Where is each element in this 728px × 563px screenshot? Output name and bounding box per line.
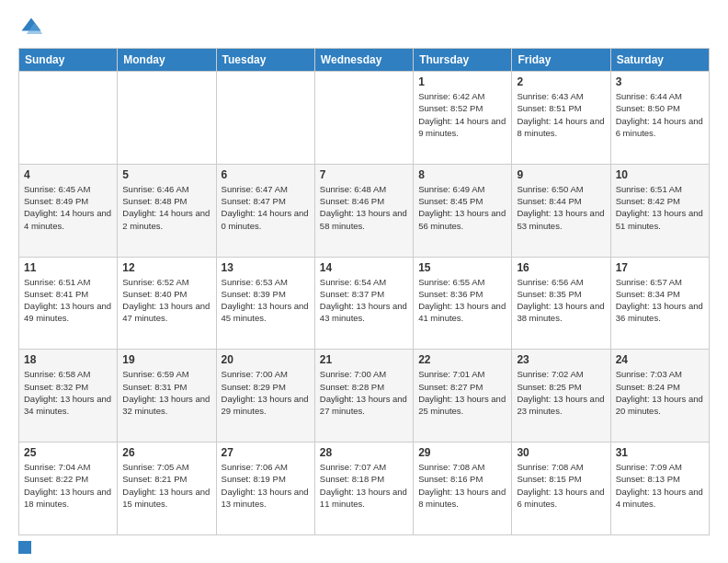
day-number: 15	[418, 261, 506, 274]
day-number: 16	[517, 261, 605, 274]
day-info: Sunrise: 6:55 AMSunset: 8:36 PMDaylight:…	[418, 276, 506, 325]
day-number: 3	[616, 75, 704, 88]
calendar-cell: 22Sunrise: 7:01 AMSunset: 8:27 PMDayligh…	[414, 350, 512, 442]
day-info: Sunrise: 6:52 AMSunset: 8:40 PMDaylight:…	[122, 276, 210, 325]
day-info: Sunrise: 6:48 AMSunset: 8:46 PMDaylight:…	[320, 183, 408, 232]
calendar-cell: 26Sunrise: 7:05 AMSunset: 8:21 PMDayligh…	[118, 442, 216, 535]
day-info: Sunrise: 6:51 AMSunset: 8:41 PMDaylight:…	[24, 276, 112, 325]
calendar-week-row: 1Sunrise: 6:42 AMSunset: 8:52 PMDaylight…	[19, 72, 710, 165]
day-number: 29	[418, 446, 506, 459]
calendar-cell: 27Sunrise: 7:06 AMSunset: 8:19 PMDayligh…	[216, 442, 314, 535]
calendar-cell: 14Sunrise: 6:54 AMSunset: 8:37 PMDayligh…	[314, 257, 413, 350]
calendar-table: SundayMondayTuesdayWednesdayThursdayFrid…	[18, 48, 710, 535]
calendar-header-row: SundayMondayTuesdayWednesdayThursdayFrid…	[19, 49, 710, 72]
calendar-cell: 31Sunrise: 7:09 AMSunset: 8:13 PMDayligh…	[610, 442, 709, 535]
day-number: 27	[222, 446, 310, 459]
day-info: Sunrise: 6:44 AMSunset: 8:50 PMDaylight:…	[616, 90, 704, 139]
calendar-day-header: Friday	[512, 49, 610, 72]
calendar-cell: 13Sunrise: 6:53 AMSunset: 8:39 PMDayligh…	[216, 257, 314, 350]
day-number: 18	[24, 353, 112, 366]
calendar-cell: 1Sunrise: 6:42 AMSunset: 8:52 PMDaylight…	[414, 72, 512, 165]
calendar-cell: 17Sunrise: 6:57 AMSunset: 8:34 PMDayligh…	[610, 257, 709, 350]
calendar-day-header: Wednesday	[314, 49, 413, 72]
calendar-header: SundayMondayTuesdayWednesdayThursdayFrid…	[19, 49, 710, 72]
calendar-cell: 15Sunrise: 6:55 AMSunset: 8:36 PMDayligh…	[414, 257, 512, 350]
day-info: Sunrise: 7:01 AMSunset: 8:27 PMDaylight:…	[418, 368, 506, 417]
day-info: Sunrise: 6:42 AMSunset: 8:52 PMDaylight:…	[418, 90, 506, 139]
day-info: Sunrise: 7:09 AMSunset: 8:13 PMDaylight:…	[616, 461, 704, 510]
calendar-cell: 29Sunrise: 7:08 AMSunset: 8:16 PMDayligh…	[414, 442, 512, 535]
day-number: 28	[320, 446, 408, 459]
day-number: 9	[517, 168, 605, 181]
calendar-cell: 5Sunrise: 6:46 AMSunset: 8:48 PMDaylight…	[118, 164, 216, 257]
day-number: 12	[122, 261, 210, 274]
day-number: 20	[222, 353, 310, 366]
calendar-cell: 19Sunrise: 6:59 AMSunset: 8:31 PMDayligh…	[118, 350, 216, 442]
day-info: Sunrise: 6:53 AMSunset: 8:39 PMDaylight:…	[222, 276, 310, 325]
calendar-body: 1Sunrise: 6:42 AMSunset: 8:52 PMDaylight…	[19, 72, 710, 535]
calendar-cell	[19, 72, 118, 165]
day-info: Sunrise: 7:07 AMSunset: 8:18 PMDaylight:…	[320, 461, 408, 510]
header	[18, 15, 710, 40]
calendar-cell: 3Sunrise: 6:44 AMSunset: 8:50 PMDaylight…	[610, 72, 709, 165]
calendar-week-row: 11Sunrise: 6:51 AMSunset: 8:41 PMDayligh…	[19, 257, 710, 350]
day-info: Sunrise: 6:59 AMSunset: 8:31 PMDaylight:…	[122, 368, 210, 417]
day-number: 19	[122, 353, 210, 366]
day-info: Sunrise: 7:00 AMSunset: 8:29 PMDaylight:…	[222, 368, 310, 417]
day-number: 6	[222, 168, 310, 181]
day-number: 21	[320, 353, 408, 366]
calendar-day-header: Thursday	[414, 49, 512, 72]
day-info: Sunrise: 7:04 AMSunset: 8:22 PMDaylight:…	[24, 461, 112, 510]
calendar-week-row: 18Sunrise: 6:58 AMSunset: 8:32 PMDayligh…	[19, 350, 710, 442]
calendar-cell: 20Sunrise: 7:00 AMSunset: 8:29 PMDayligh…	[216, 350, 314, 442]
calendar-cell: 7Sunrise: 6:48 AMSunset: 8:46 PMDaylight…	[314, 164, 413, 257]
calendar-cell: 11Sunrise: 6:51 AMSunset: 8:41 PMDayligh…	[19, 257, 118, 350]
day-info: Sunrise: 6:49 AMSunset: 8:45 PMDaylight:…	[418, 183, 506, 232]
day-number: 13	[222, 261, 310, 274]
day-info: Sunrise: 6:51 AMSunset: 8:42 PMDaylight:…	[616, 183, 704, 232]
calendar-cell: 25Sunrise: 7:04 AMSunset: 8:22 PMDayligh…	[19, 442, 118, 535]
calendar-cell: 23Sunrise: 7:02 AMSunset: 8:25 PMDayligh…	[512, 350, 610, 442]
day-info: Sunrise: 6:57 AMSunset: 8:34 PMDaylight:…	[616, 276, 704, 325]
legend-color-box	[18, 541, 31, 554]
calendar-cell: 21Sunrise: 7:00 AMSunset: 8:28 PMDayligh…	[314, 350, 413, 442]
calendar-cell: 6Sunrise: 6:47 AMSunset: 8:47 PMDaylight…	[216, 164, 314, 257]
day-number: 24	[616, 353, 704, 366]
calendar-cell: 30Sunrise: 7:08 AMSunset: 8:15 PMDayligh…	[512, 442, 610, 535]
day-number: 23	[517, 353, 605, 366]
day-info: Sunrise: 6:47 AMSunset: 8:47 PMDaylight:…	[222, 183, 310, 232]
day-number: 25	[24, 446, 112, 459]
day-number: 7	[320, 168, 408, 181]
day-info: Sunrise: 6:50 AMSunset: 8:44 PMDaylight:…	[517, 183, 605, 232]
calendar-day-header: Tuesday	[216, 49, 314, 72]
day-info: Sunrise: 6:54 AMSunset: 8:37 PMDaylight:…	[320, 276, 408, 325]
day-info: Sunrise: 7:00 AMSunset: 8:28 PMDaylight:…	[320, 368, 408, 417]
logo-icon	[18, 15, 44, 40]
calendar-day-header: Saturday	[610, 49, 709, 72]
day-info: Sunrise: 6:56 AMSunset: 8:35 PMDaylight:…	[517, 276, 605, 325]
calendar-week-row: 4Sunrise: 6:45 AMSunset: 8:49 PMDaylight…	[19, 164, 710, 257]
day-number: 17	[616, 261, 704, 274]
calendar-cell: 2Sunrise: 6:43 AMSunset: 8:51 PMDaylight…	[512, 72, 610, 165]
day-number: 31	[616, 446, 704, 459]
day-info: Sunrise: 7:03 AMSunset: 8:24 PMDaylight:…	[616, 368, 704, 417]
day-number: 5	[122, 168, 210, 181]
calendar-cell	[118, 72, 216, 165]
day-info: Sunrise: 6:43 AMSunset: 8:51 PMDaylight:…	[517, 90, 605, 139]
day-number: 30	[517, 446, 605, 459]
calendar-day-header: Sunday	[19, 49, 118, 72]
legend	[18, 541, 710, 554]
calendar-cell: 8Sunrise: 6:49 AMSunset: 8:45 PMDaylight…	[414, 164, 512, 257]
day-info: Sunrise: 6:46 AMSunset: 8:48 PMDaylight:…	[122, 183, 210, 232]
day-number: 14	[320, 261, 408, 274]
calendar-cell: 12Sunrise: 6:52 AMSunset: 8:40 PMDayligh…	[118, 257, 216, 350]
calendar-week-row: 25Sunrise: 7:04 AMSunset: 8:22 PMDayligh…	[19, 442, 710, 535]
day-number: 22	[418, 353, 506, 366]
day-info: Sunrise: 7:05 AMSunset: 8:21 PMDaylight:…	[122, 461, 210, 510]
calendar-cell: 24Sunrise: 7:03 AMSunset: 8:24 PMDayligh…	[610, 350, 709, 442]
calendar-cell: 10Sunrise: 6:51 AMSunset: 8:42 PMDayligh…	[610, 164, 709, 257]
calendar-cell: 16Sunrise: 6:56 AMSunset: 8:35 PMDayligh…	[512, 257, 610, 350]
day-number: 4	[24, 168, 112, 181]
day-number: 26	[122, 446, 210, 459]
day-number: 10	[616, 168, 704, 181]
